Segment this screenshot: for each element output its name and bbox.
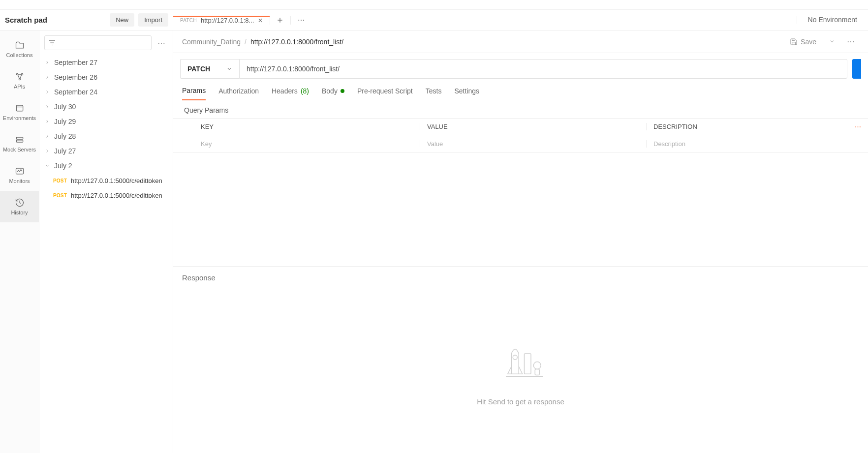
- menu-bar: [0, 0, 868, 10]
- send-button[interactable]: [852, 59, 861, 79]
- request-tabs: Params Authorization Headers (8) Body Pr…: [173, 79, 868, 100]
- history-group-label: September 27: [54, 59, 97, 66]
- rail-apis-label: APIs: [14, 84, 25, 90]
- tab-authorization[interactable]: Authorization: [218, 87, 259, 100]
- save-button[interactable]: Save: [785, 35, 821, 49]
- param-key-input[interactable]: [201, 140, 413, 148]
- history-group-label: July 28: [54, 132, 76, 140]
- svg-rect-5: [16, 105, 23, 111]
- history-group-label: September 24: [54, 88, 97, 96]
- query-params-label: Query Params: [173, 100, 868, 118]
- import-button[interactable]: Import: [138, 13, 168, 27]
- svg-point-15: [533, 362, 541, 369]
- new-button[interactable]: New: [110, 13, 134, 27]
- rocket-illustration-icon: [491, 336, 550, 386]
- history-group[interactable]: July 2: [39, 158, 173, 173]
- response-empty-message: Hit Send to get a response: [477, 397, 564, 406]
- history-group[interactable]: July 27: [39, 144, 173, 158]
- tab-headers-count: (8): [301, 87, 309, 95]
- history-item[interactable]: POSThttp://127.0.0.1:5000/c/edittoken: [39, 188, 173, 203]
- side-panel: ⋯ September 27September 26September 24Ju…: [39, 30, 173, 453]
- rail-apis[interactable]: APIs: [0, 65, 39, 96]
- new-tab-button[interactable]: [270, 16, 291, 25]
- chevron-right-icon: [44, 60, 50, 65]
- history-group-label: July 29: [54, 118, 76, 125]
- environment-selector[interactable]: No Environment: [797, 16, 868, 24]
- rail-collections-label: Collections: [6, 52, 33, 58]
- table-options-icon[interactable]: ⋯: [855, 123, 861, 130]
- tab-body[interactable]: Body: [322, 87, 344, 100]
- rail-mock-servers[interactable]: Mock Servers: [0, 128, 39, 159]
- svg-point-4: [19, 78, 20, 80]
- params-table: KEY VALUE DESCRIPTION ⋯: [173, 118, 868, 152]
- chevron-right-icon: [44, 74, 50, 80]
- rail-collections[interactable]: Collections: [0, 33, 39, 65]
- col-desc-header: DESCRIPTION: [653, 123, 697, 130]
- chevron-right-icon: [44, 119, 50, 124]
- param-value-input[interactable]: [427, 140, 639, 148]
- history-item-url: http://127.0.0.1:5000/c/edittoken: [71, 177, 162, 184]
- environment-label: No Environment: [808, 16, 857, 24]
- rail-mock-servers-label: Mock Servers: [3, 147, 36, 152]
- chevron-down-icon: [226, 66, 232, 72]
- history-item[interactable]: POSThttp://127.0.0.1:5000/c/edittoken: [39, 173, 173, 188]
- tab-headers-label: Headers: [272, 87, 298, 95]
- filter-input[interactable]: [44, 35, 152, 50]
- breadcrumb-more-icon[interactable]: ⋯: [843, 34, 859, 49]
- svg-rect-7: [16, 137, 23, 139]
- breadcrumb: Community_Dating / http://127.0.0.1:8000…: [173, 30, 868, 53]
- history-group[interactable]: September 26: [39, 70, 173, 85]
- request-content: Community_Dating / http://127.0.0.1:8000…: [173, 30, 868, 453]
- method-select[interactable]: PATCH: [180, 59, 239, 79]
- chevron-right-icon: [44, 104, 50, 110]
- request-tab-active[interactable]: PATCH http://127.0.0.1:8... ×: [173, 16, 270, 25]
- response-area: Response Hit: [173, 266, 868, 453]
- history-group[interactable]: July 30: [39, 99, 173, 114]
- param-desc-input[interactable]: [653, 140, 861, 148]
- side-panel-more-icon[interactable]: ⋯: [155, 38, 168, 48]
- history-group-label: July 2: [54, 162, 72, 170]
- body-modified-dot-icon: [341, 89, 344, 93]
- rail-history-label: History: [11, 210, 28, 215]
- col-key-header: KEY: [194, 123, 420, 130]
- history-group[interactable]: September 27: [39, 55, 173, 70]
- close-icon[interactable]: ×: [258, 17, 262, 25]
- params-row-empty: [173, 135, 868, 152]
- history-item-url: http://127.0.0.1:5000/c/edittoken: [71, 192, 162, 199]
- breadcrumb-workspace[interactable]: Community_Dating: [182, 38, 241, 46]
- save-dropdown-chevron-icon[interactable]: [825, 35, 839, 49]
- svg-point-2: [16, 73, 18, 75]
- rail-environments[interactable]: Environments: [0, 96, 39, 128]
- history-group[interactable]: September 24: [39, 85, 173, 99]
- tab-body-label: Body: [322, 87, 338, 95]
- svg-rect-8: [16, 140, 23, 142]
- tab-params[interactable]: Params: [182, 87, 206, 100]
- workspace-bar: Scratch pad New Import PATCH http://127.…: [0, 10, 868, 30]
- rail-history[interactable]: History: [0, 191, 39, 222]
- url-input[interactable]: [239, 59, 847, 79]
- workspace-title: Scratch pad: [5, 16, 47, 24]
- chevron-right-icon: [44, 148, 50, 154]
- save-label: Save: [801, 38, 816, 46]
- breadcrumb-separator: /: [245, 38, 247, 46]
- rail-monitors[interactable]: Monitors: [0, 159, 39, 191]
- tab-more-icon[interactable]: ⋯: [291, 16, 311, 25]
- chevron-down-icon: [44, 163, 50, 169]
- svg-rect-16: [535, 369, 539, 375]
- svg-point-13: [513, 355, 517, 360]
- tab-label: http://127.0.0.1:8...: [201, 17, 254, 24]
- sidebar-rail: Collections APIs Environments Mock Serve…: [0, 30, 39, 453]
- rail-environments-label: Environments: [3, 115, 36, 121]
- history-group[interactable]: July 28: [39, 129, 173, 144]
- chevron-right-icon: [44, 89, 50, 95]
- tab-pre-request[interactable]: Pre-request Script: [357, 87, 413, 100]
- tab-headers[interactable]: Headers (8): [272, 87, 309, 100]
- history-item-method: POST: [53, 193, 67, 198]
- history-group-label: July 27: [54, 147, 76, 155]
- history-tree: September 27September 26September 24July…: [39, 55, 173, 453]
- history-item-method: POST: [53, 178, 67, 183]
- save-icon: [790, 38, 798, 46]
- history-group[interactable]: July 29: [39, 114, 173, 129]
- tab-tests[interactable]: Tests: [426, 87, 442, 100]
- tab-settings[interactable]: Settings: [454, 87, 479, 100]
